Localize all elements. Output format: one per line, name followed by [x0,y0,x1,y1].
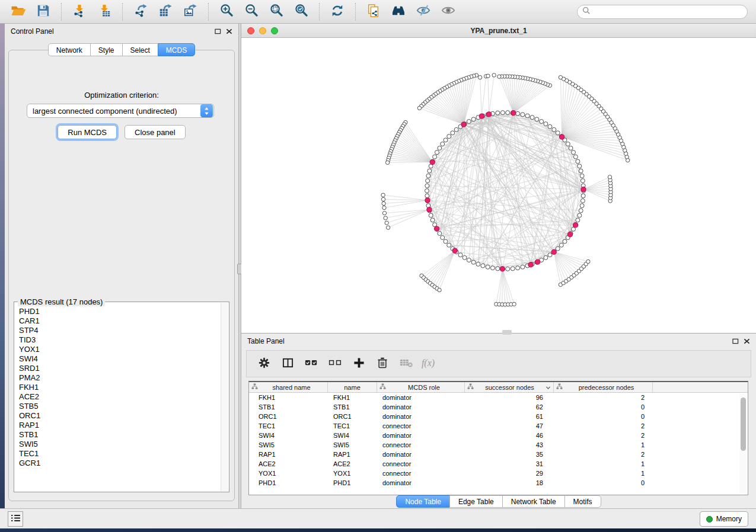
table-row[interactable]: ORC1ORC1dominator610 [249,412,748,421]
task-history-button[interactable] [8,511,23,527]
table-cell[interactable]: ACE2 [328,460,377,467]
close-window-button[interactable] [247,27,254,34]
table-cell[interactable]: SWI5 [328,441,377,448]
mcds-result-item[interactable]: SWI5 [15,440,221,449]
import-network-button[interactable] [69,2,90,21]
tab-network-table[interactable]: Network Table [502,495,565,508]
search-input[interactable] [594,8,742,16]
column-header-shared-name[interactable]: shared name [249,382,328,392]
table-cell[interactable]: dominator [377,413,465,420]
mcds-result-item[interactable]: SWI4 [15,354,221,364]
add-button[interactable] [350,355,368,373]
table-cell[interactable]: STB1 [249,403,328,411]
table-cell[interactable]: 1 [554,460,653,467]
table-cell[interactable]: RAP1 [328,451,377,458]
table-cell[interactable]: 29 [465,470,554,477]
table-row[interactable]: ACE2ACE2connector311 [249,459,748,469]
tab-select[interactable]: Select [122,43,158,56]
table-cell[interactable]: ORC1 [328,413,377,420]
table-cell[interactable]: dominator [377,479,465,486]
export-network-button[interactable] [130,2,151,21]
table-row[interactable]: PHD1PHD1dominator180 [249,478,748,488]
table-cell[interactable]: SWI4 [328,432,377,439]
table-cell[interactable]: STB1 [328,403,377,411]
table-cell[interactable]: 61 [465,413,554,420]
table-cell[interactable]: connector [377,470,465,477]
table-scrollbar-thumb[interactable] [741,398,746,451]
search-box[interactable] [577,5,748,19]
maximize-window-button[interactable] [271,27,278,34]
mcds-result-item[interactable]: FKH1 [15,383,221,392]
column-header-name[interactable]: name [328,382,377,392]
mcds-result-item[interactable]: STB1 [15,430,221,440]
mcds-result-item[interactable]: PHD1 [15,307,221,316]
table-cell[interactable]: TEC1 [249,422,328,430]
table-cell[interactable]: connector [377,441,465,448]
table-row[interactable]: RAP1RAP1dominator352 [249,450,748,459]
import-table-button[interactable] [94,2,114,21]
table-row[interactable]: YOX1YOX1connector291 [249,469,748,478]
export-image-button[interactable] [180,2,200,21]
table-cell[interactable]: dominator [377,403,465,411]
save-button[interactable] [33,2,53,21]
table-row[interactable]: TEC1TEC1connector472 [249,421,748,431]
mcds-result-item[interactable]: RAP1 [15,421,221,430]
table-cell[interactable]: 18 [465,479,554,486]
table-cell[interactable]: PHD1 [249,479,328,486]
optimization-criterion-dropdown[interactable]: largest connected component (undirected) [27,104,214,118]
run-mcds-button[interactable]: Run MCDS [58,125,117,139]
tab-edge-table[interactable]: Edge Table [449,495,503,508]
column-header-MCDS-role[interactable]: MCDS role [377,382,465,392]
network-canvas[interactable] [241,38,756,333]
table-cell[interactable]: 35 [465,451,554,458]
zoom-selected-button[interactable] [291,2,311,21]
table-cell[interactable]: YOX1 [328,470,377,477]
mcds-result-item[interactable]: STP4 [15,326,221,335]
table-cell[interactable]: FKH1 [328,394,377,401]
table-cell[interactable]: 2 [554,394,653,401]
float-table-panel-icon[interactable] [732,338,739,344]
delete-button[interactable] [374,355,391,373]
open-folder-button[interactable] [8,2,28,21]
mcds-result-item[interactable]: TEC1 [15,449,221,459]
zoom-in-button[interactable] [216,2,237,21]
memory-button[interactable]: Memory [700,511,748,527]
mcds-result-item[interactable]: CAR1 [15,316,221,326]
table-scrollbar[interactable] [739,394,747,493]
table-cell[interactable]: SWI4 [249,432,328,439]
table-cell[interactable]: YOX1 [249,470,328,477]
close-table-panel-icon[interactable] [744,338,750,344]
find-button[interactable] [388,2,409,21]
table-cell[interactable]: 0 [554,479,653,486]
table-cell[interactable]: connector [377,460,465,467]
table-cell[interactable]: 96 [465,394,554,401]
table-cell[interactable]: ACE2 [249,460,328,467]
table-cell[interactable]: 31 [465,460,554,467]
table-cell[interactable]: dominator [377,394,465,401]
column-header-successor-nodes[interactable]: successor nodes [465,382,554,392]
table-cell[interactable]: 43 [465,441,554,448]
table-cell[interactable]: connector [377,422,465,430]
network-from-selection-button[interactable] [363,2,384,21]
show-all-button[interactable] [438,2,458,21]
minimize-window-button[interactable] [259,27,266,34]
tab-motifs[interactable]: Motifs [564,495,601,508]
table-cell[interactable]: 2 [554,422,653,430]
table-cell[interactable]: 46 [465,432,554,439]
table-cell[interactable]: FKH1 [249,394,328,401]
close-panel-icon[interactable] [226,28,232,34]
table-cell[interactable]: TEC1 [328,422,377,430]
table-cell[interactable]: RAP1 [249,451,328,458]
refresh-button[interactable] [327,2,347,21]
mcds-result-item[interactable]: ORC1 [15,411,221,421]
horizontal-splitter-grip[interactable] [502,330,512,335]
table-cell[interactable]: 0 [554,403,653,411]
select-all-button[interactable] [302,355,320,373]
table-cell[interactable]: PHD1 [328,479,377,486]
table-cell[interactable]: 62 [465,403,554,411]
mcds-result-item[interactable]: STB5 [15,402,221,411]
mcds-result-item[interactable]: PMA2 [15,373,221,383]
table-cell[interactable]: 0 [554,413,653,420]
export-table-button[interactable] [155,2,176,21]
mcds-result-item[interactable]: GCR1 [15,459,221,468]
